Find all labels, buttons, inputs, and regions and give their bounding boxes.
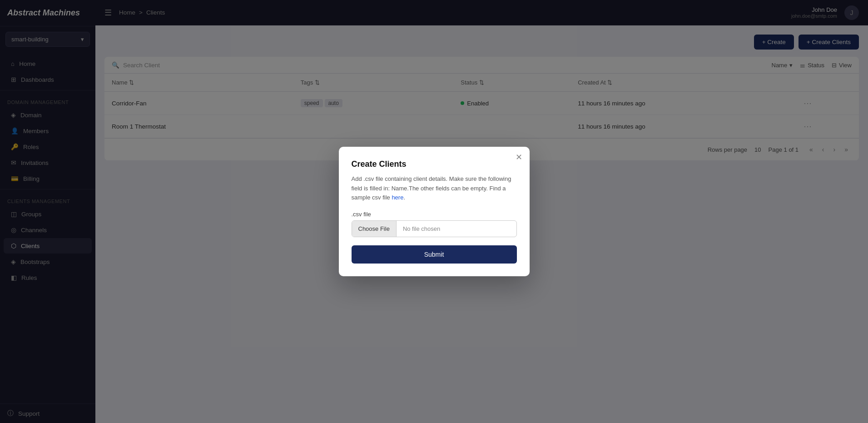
submit-button[interactable]: Submit [352, 245, 517, 264]
modal-description: Add .csv file containing client details.… [352, 174, 517, 203]
file-name-display: No file chosen [397, 221, 516, 237]
modal-overlay[interactable]: ✕ Create Clients Add .csv file containin… [0, 0, 868, 423]
modal-desc-end: . [403, 194, 405, 201]
sample-csv-link[interactable]: here [392, 194, 403, 201]
modal-title: Create Clients [352, 159, 517, 169]
create-clients-modal: ✕ Create Clients Add .csv file containin… [339, 147, 530, 276]
file-input-wrapper[interactable]: Choose File No file chosen [352, 220, 517, 237]
choose-file-button[interactable]: Choose File [352, 221, 397, 237]
csv-field-label: .csv file [352, 211, 517, 218]
modal-desc-text: Add .csv file containing client details.… [352, 175, 511, 201]
modal-close-button[interactable]: ✕ [516, 153, 522, 161]
